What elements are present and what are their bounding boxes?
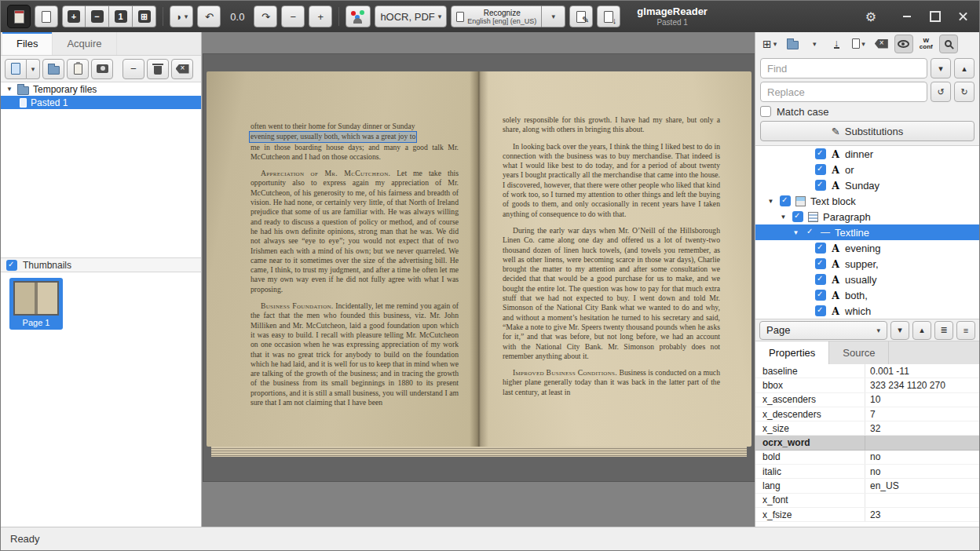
match-case-checkbox[interactable] bbox=[760, 106, 771, 117]
hocr-word-row[interactable]: Awhich bbox=[755, 303, 979, 319]
property-value[interactable]: 10 bbox=[865, 393, 979, 407]
rotate-left-button[interactable]: ↶ bbox=[197, 5, 221, 27]
expand-all-button[interactable]: ≣ bbox=[934, 321, 953, 340]
add-page-button[interactable]: + bbox=[62, 5, 86, 27]
property-group-row[interactable]: ocrx_word bbox=[755, 436, 979, 450]
open-hocr-button[interactable] bbox=[783, 35, 802, 53]
screenshot-button[interactable] bbox=[91, 59, 113, 79]
tree-folder-row[interactable]: ▼ Temporary files bbox=[1, 82, 201, 96]
word-checkbox[interactable] bbox=[815, 290, 826, 301]
property-value[interactable]: 0.001 -11 bbox=[865, 364, 979, 378]
zoom-in-button[interactable]: + bbox=[309, 5, 332, 27]
remove-page-button[interactable]: − bbox=[86, 5, 109, 27]
paste-dropdown[interactable]: ▾ bbox=[27, 59, 40, 79]
preview-toggle[interactable] bbox=[894, 35, 913, 53]
property-value[interactable]: 7 bbox=[865, 407, 979, 421]
hocr-textline-row-selected[interactable]: ▼—Textline bbox=[755, 224, 979, 240]
expander-icon[interactable]: ▼ bbox=[766, 198, 775, 205]
selected-textline-highlight[interactable]: evening supper, usually both, which was … bbox=[249, 131, 417, 142]
property-row[interactable]: x_font bbox=[755, 494, 979, 508]
hocr-word-row[interactable]: Aevening bbox=[755, 240, 979, 256]
find-replace-toggle[interactable] bbox=[939, 35, 958, 53]
word-checkbox[interactable] bbox=[815, 305, 826, 316]
textline-checkbox[interactable] bbox=[805, 227, 816, 238]
thumbnail-page-1[interactable]: Page 1 bbox=[9, 278, 63, 330]
hocr-paragraph-row[interactable]: ▼Paragraph bbox=[755, 209, 979, 224]
tree-file-row[interactable]: Pasted 1 bbox=[1, 96, 201, 109]
property-value[interactable]: no bbox=[865, 451, 979, 464]
remove-image-button[interactable]: − bbox=[122, 59, 144, 79]
add-images-button[interactable] bbox=[42, 59, 64, 79]
property-value[interactable]: 323 234 1120 270 bbox=[865, 378, 979, 392]
confidence-toggle[interactable]: Wconf bbox=[916, 35, 936, 53]
fill-mode-button[interactable]: ◑▾ bbox=[170, 5, 193, 27]
recognize-button[interactable]: Recognize English [eng] (en_US) bbox=[451, 5, 542, 27]
replace-button[interactable]: ↺ bbox=[931, 82, 951, 102]
rotate-right-button[interactable]: ↷ bbox=[254, 5, 277, 27]
expander-icon[interactable]: ▼ bbox=[5, 86, 13, 93]
word-checkbox[interactable] bbox=[815, 258, 826, 269]
property-row[interactable]: italicno bbox=[755, 465, 979, 479]
property-row[interactable]: bbox323 234 1120 270 bbox=[755, 378, 979, 392]
property-row[interactable]: boldno bbox=[755, 451, 979, 465]
replace-all-button[interactable]: ↻ bbox=[954, 82, 975, 102]
save-hocr-button[interactable]: ↓ bbox=[827, 35, 846, 53]
block-checkbox[interactable] bbox=[780, 195, 791, 206]
export-button[interactable]: ↓ bbox=[597, 5, 620, 27]
substitutions-button[interactable]: ✎ Substitutions bbox=[760, 121, 975, 141]
delete-image-button[interactable] bbox=[147, 59, 169, 79]
word-checkbox[interactable] bbox=[815, 243, 826, 254]
word-checkbox[interactable] bbox=[815, 164, 826, 175]
word-checkbox[interactable] bbox=[815, 148, 826, 159]
recognition-settings-button[interactable] bbox=[346, 5, 371, 27]
property-row[interactable]: x_descenders7 bbox=[755, 407, 979, 421]
hocr-word-row[interactable]: ASunday bbox=[755, 177, 979, 193]
find-next-button[interactable]: ▾ bbox=[931, 58, 951, 78]
clear-images-button[interactable] bbox=[171, 59, 193, 79]
tab-files[interactable]: Files bbox=[2, 32, 53, 55]
prev-item-button[interactable]: ▴ bbox=[912, 321, 931, 340]
hocr-word-row[interactable]: Adinner bbox=[755, 146, 979, 162]
tab-acquire[interactable]: Acquire bbox=[53, 32, 116, 55]
target-select[interactable]: Page▾ bbox=[759, 321, 887, 340]
word-checkbox[interactable] bbox=[815, 180, 826, 191]
property-row[interactable]: langen_US bbox=[755, 479, 979, 493]
property-row[interactable]: x_size32 bbox=[755, 421, 979, 436]
image-canvas[interactable]: often went to their home for Sunday dinn… bbox=[202, 32, 756, 527]
find-input[interactable] bbox=[760, 58, 927, 78]
expander-icon[interactable]: ▼ bbox=[779, 213, 788, 221]
clear-output-button[interactable] bbox=[872, 35, 891, 53]
open-hocr-dropdown[interactable]: ▾ bbox=[805, 35, 824, 53]
insert-mode-button[interactable]: ⊞▾ bbox=[759, 35, 780, 53]
clipboard-button[interactable] bbox=[67, 59, 89, 79]
recognize-language-dropdown[interactable]: ▾ bbox=[542, 5, 565, 27]
property-value[interactable]: en_US bbox=[865, 479, 979, 492]
paragraph-checkbox[interactable] bbox=[792, 211, 803, 222]
ocr-mode-dropdown[interactable]: hOCR, PDF▾ bbox=[375, 5, 447, 27]
find-prev-button[interactable]: ▴ bbox=[954, 58, 975, 78]
thumbnails-checkbox[interactable] bbox=[6, 260, 17, 271]
property-value[interactable]: 23 bbox=[865, 508, 979, 521]
property-row[interactable]: baseline0.001 -11 bbox=[755, 364, 979, 378]
word-checkbox[interactable] bbox=[815, 274, 826, 285]
all-pages-button[interactable]: ⊞ bbox=[133, 5, 156, 27]
settings-button[interactable]: ⚙ bbox=[861, 7, 880, 26]
minimize-button[interactable] bbox=[898, 7, 916, 26]
expander-icon[interactable]: ▼ bbox=[792, 229, 800, 236]
property-row[interactable]: x_fsize23 bbox=[755, 508, 979, 522]
single-page-button[interactable]: 1 bbox=[109, 5, 133, 27]
property-row[interactable]: x_ascenders10 bbox=[755, 393, 979, 407]
hocr-word-row[interactable]: Aboth, bbox=[755, 287, 979, 303]
hocr-word-row[interactable]: Ausually bbox=[755, 272, 979, 287]
hocr-word-row[interactable]: Aor bbox=[755, 162, 979, 177]
hocr-word-row[interactable]: Asupper, bbox=[755, 256, 979, 272]
maximize-button[interactable] bbox=[926, 7, 945, 26]
property-value[interactable]: 32 bbox=[865, 421, 979, 435]
close-button[interactable] bbox=[954, 7, 973, 26]
paste-button[interactable] bbox=[5, 59, 27, 79]
replace-input[interactable] bbox=[760, 82, 927, 102]
tab-source[interactable]: Source bbox=[829, 341, 889, 364]
manage-pages-button[interactable] bbox=[35, 5, 58, 27]
property-value[interactable] bbox=[865, 494, 979, 507]
export-hocr-button[interactable]: ▾ bbox=[849, 35, 868, 53]
